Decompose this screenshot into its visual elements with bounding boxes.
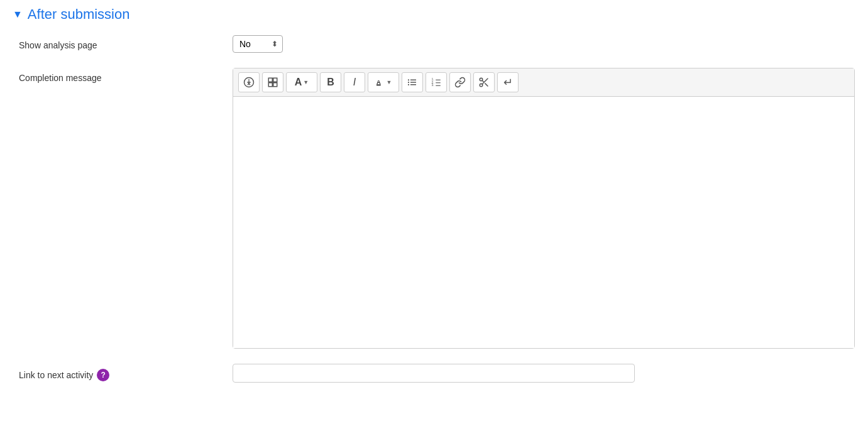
svg-point-9 xyxy=(408,82,409,83)
page-container: ▼ After submission Show analysis page No… xyxy=(0,0,868,436)
font-size-button[interactable]: A ▼ xyxy=(286,72,317,92)
link-next-activity-label: Link to next activity ? xyxy=(19,364,233,381)
completion-message-label: Completion message xyxy=(19,68,233,83)
rich-text-editor: A ▼ B I A xyxy=(233,68,855,349)
numbered-list-button[interactable]: 1. 2. 3. xyxy=(426,72,447,92)
svg-text:3.: 3. xyxy=(432,83,434,87)
show-analysis-control: No Yes ⬍ xyxy=(233,35,855,53)
show-analysis-label: Show analysis page xyxy=(19,35,233,50)
bullet-list-button[interactable] xyxy=(402,72,423,92)
svg-text:A: A xyxy=(376,79,381,85)
link-next-activity-row: Link to next activity ? xyxy=(13,364,855,383)
font-size-dropdown-arrow: ▼ xyxy=(303,79,309,85)
svg-rect-2 xyxy=(268,78,272,82)
svg-rect-4 xyxy=(268,83,272,87)
svg-point-8 xyxy=(408,79,409,80)
section-title: After submission xyxy=(28,6,130,23)
section-header: ▼ After submission xyxy=(13,6,855,23)
more-button[interactable]: ↵ xyxy=(497,72,519,92)
svg-rect-7 xyxy=(376,84,381,85)
accessibility-button[interactable] xyxy=(238,72,260,92)
svg-point-10 xyxy=(408,84,409,85)
link-button[interactable] xyxy=(449,72,471,92)
chevron-down-icon[interactable]: ▼ xyxy=(13,9,23,20)
completion-message-row: Completion message xyxy=(13,68,855,349)
italic-button[interactable]: I xyxy=(344,72,365,92)
show-analysis-row: Show analysis page No Yes ⬍ xyxy=(13,35,855,53)
link-next-activity-control xyxy=(233,364,855,383)
svg-rect-5 xyxy=(273,83,277,87)
bold-button[interactable]: B xyxy=(320,72,341,92)
completion-message-control: A ▼ B I A xyxy=(233,68,855,349)
text-color-button[interactable]: A ▼ xyxy=(368,72,399,92)
editor-content-area[interactable] xyxy=(233,97,854,348)
svg-rect-3 xyxy=(273,78,277,82)
editor-toolbar: A ▼ B I A xyxy=(233,68,854,97)
link-next-activity-input[interactable] xyxy=(233,364,635,383)
link-next-help-icon[interactable]: ? xyxy=(97,369,109,381)
color-dropdown-arrow: ▼ xyxy=(387,79,392,85)
svg-point-1 xyxy=(248,79,250,80)
show-analysis-select[interactable]: No Yes xyxy=(233,35,283,53)
table-button[interactable] xyxy=(262,72,283,92)
show-analysis-select-wrapper: No Yes ⬍ xyxy=(233,35,283,53)
embed-button[interactable] xyxy=(473,72,495,92)
